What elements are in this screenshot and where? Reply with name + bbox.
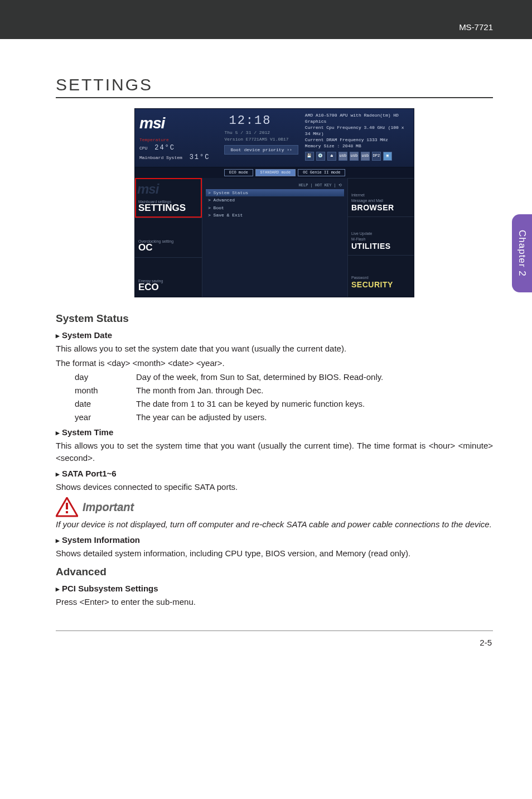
bios-version: Version E7721AMS V1.0B17 [224, 136, 298, 143]
chapter-side-tab: Chapter 2 [512, 214, 532, 292]
msi-watermark: msi [137, 180, 158, 199]
right-nav-security: Password SECURITY [348, 255, 414, 293]
sata-desc: Shows devices connected to specific SATA… [56, 481, 493, 493]
left-nav-settings: msi Mainboard settings SETTINGS [135, 178, 202, 218]
field-system-information: System Information [56, 534, 493, 546]
dl-day-desc: Day of the week, from Sun to Sat, determ… [136, 371, 493, 383]
menu-item-save-exit: > Save & Exit [206, 211, 347, 219]
mainboard-label: Mainboard System [139, 155, 182, 160]
temperature-label: Temperature [139, 137, 214, 143]
svg-rect-1 [66, 503, 68, 509]
dl-month-term: month [75, 384, 130, 397]
pci-subsystem-desc: Press <Enter> to enter the sub-menu. [56, 596, 493, 608]
bios-date: Thu 5 / 31 / 2012 [224, 129, 298, 136]
dl-year-term: year [75, 411, 130, 423]
cpu-info-line: AMD A10-5700 APU with Radeon(tm) HD Grap… [305, 112, 405, 124]
cpu-temp: 24°C [150, 143, 180, 153]
boot-icon-usb: usb [361, 152, 370, 161]
boot-icon: ⏏ [327, 152, 336, 161]
nav-eco-big: ECO [138, 281, 159, 295]
page-title: SETTINGS [56, 73, 493, 98]
system-time-desc: This allows you to set the system time t… [56, 440, 493, 464]
boot-device-icons: 💾 💿 ⏏ usb usb usb DP2 ▣ [305, 152, 405, 161]
menu-item-advanced: > Advanced [206, 196, 347, 204]
boot-icon: 💾 [305, 152, 314, 161]
boot-icon-add: ▣ [383, 152, 392, 161]
important-label: Important [83, 499, 134, 516]
mode-tab-ocgenie: OC Genie II mode [298, 169, 345, 176]
right-nav-utilities: Live UpdateM-Flash UTILITIES [348, 216, 414, 255]
system-date-desc-2: The format is <day> <month> <date> <year… [56, 357, 493, 369]
left-nav-eco: Energy saving ECO [135, 257, 202, 297]
cpu-info-line: Memory Size : 2048 MB [305, 143, 405, 149]
dl-date-term: date [75, 398, 130, 410]
field-system-date: System Date [56, 329, 493, 341]
heading-advanced: Advanced [56, 564, 493, 580]
dl-month-desc: The month from Jan. through Dec. [136, 384, 493, 397]
cpu-info-line: Current DRAM Frequency 1333 MHz [305, 137, 405, 143]
right-nav-browser: InternetMessage and Mail BROWSER [348, 178, 414, 216]
cpu-label: CPU [139, 146, 147, 151]
page-number: 2-5 [56, 637, 493, 649]
mode-tab-eco: ECO mode [224, 169, 253, 176]
nav-oc-big: OC [138, 241, 153, 255]
field-sata-ports: SATA Port1~6 [56, 468, 493, 480]
system-date-desc-1: This allows you to set the system date t… [56, 343, 493, 355]
msi-logo: msi [139, 112, 214, 135]
model-number: MS-7721 [459, 22, 493, 32]
boot-icon-usb: usb [350, 152, 359, 161]
dl-year-desc: The year can be adjusted by users. [136, 411, 493, 423]
svg-rect-2 [66, 511, 68, 513]
bios-screenshot: F12 Language msi Temperature CPU 24°C Ma… [134, 108, 414, 297]
warning-icon [56, 497, 78, 517]
mb-temp: 31°C [185, 153, 215, 162]
menu-item-system-status: > System Status [206, 189, 344, 197]
boot-icon: DP2 [372, 152, 381, 161]
bios-clock: 12:18 [224, 112, 275, 130]
important-text: If your device is not displayed, turn of… [56, 518, 493, 531]
cpu-info-line: Current Cpu Frequency 3.40 GHz (100 x 34… [305, 124, 405, 137]
dl-day-term: day [75, 371, 130, 383]
boot-icon: 💿 [316, 152, 325, 161]
nav-settings-big: SETTINGS [138, 201, 186, 215]
boot-icon-usb: usb [338, 152, 347, 161]
boot-priority-button: Boot device priority ›› [224, 145, 298, 155]
menu-item-boot: > Boot [206, 204, 347, 212]
dl-date-desc: The date from 1 to 31 can be keyed by nu… [136, 398, 493, 410]
system-information-desc: Shows detailed system information, inclu… [56, 547, 493, 560]
heading-system-status: System Status [56, 311, 493, 326]
field-pci-subsystem: PCI Subsystem Settings [56, 583, 493, 595]
help-hotkey-bar: HELP | HOT KEY | ⟲ [206, 181, 347, 189]
left-nav-oc: Overclocking setting OC [135, 218, 202, 257]
field-system-time: System Time [56, 426, 493, 439]
mode-tab-standard: STANDARD mode [255, 169, 296, 176]
